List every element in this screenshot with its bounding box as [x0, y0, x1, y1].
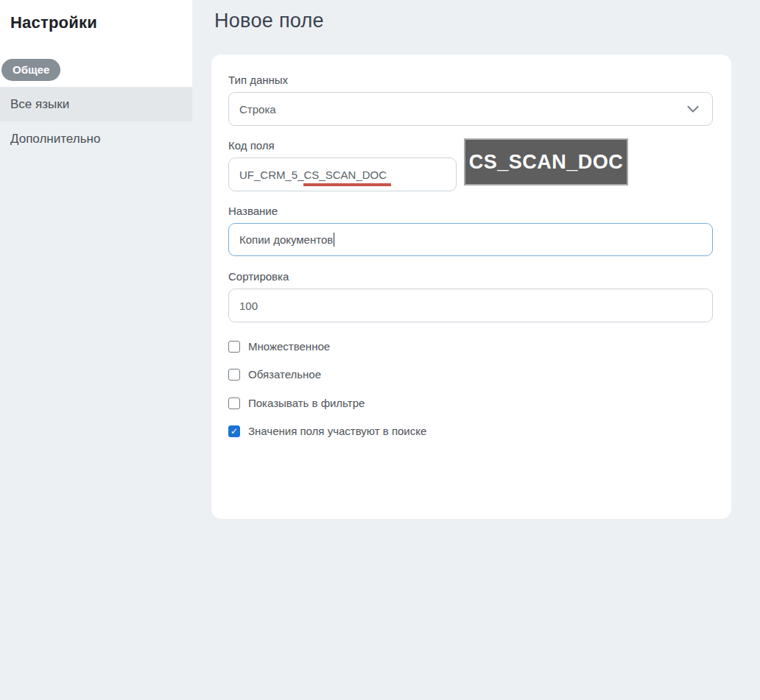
searchable-checkbox[interactable]: ✓: [228, 425, 240, 437]
name-label: Название: [228, 205, 278, 217]
checkbox-row-multiple: ✓ Множественное: [228, 340, 330, 353]
sort-input-value: 100: [239, 300, 258, 312]
multiple-checkbox-label[interactable]: Множественное: [248, 340, 330, 353]
page-title: Новое поле: [214, 10, 324, 32]
field-code-zoom-tooltip: CS_SCAN_DOC: [464, 138, 628, 185]
sidebar-title: Настройки: [10, 13, 97, 32]
sidebar-item-label: Все языки: [10, 97, 69, 112]
field-code-input[interactable]: UF_CRM_5_CS_SCAN_DOC: [228, 158, 457, 191]
chevron-down-icon: [687, 106, 699, 113]
text-caret: [334, 233, 334, 247]
checkbox-row-searchable: ✓ Значения поля участвуют в поиске: [228, 425, 426, 437]
data-type-select[interactable]: Строка: [228, 92, 713, 126]
show-in-filter-checkbox-label[interactable]: Показывать в фильтре: [248, 397, 365, 409]
searchable-checkbox-label[interactable]: Значения поля участвуют в поиске: [248, 425, 426, 437]
new-field-form-card: Тип данных Строка Код поля UF_CRM_5_CS_S…: [211, 54, 731, 519]
sidebar-section-badge-general[interactable]: Общее: [1, 59, 60, 81]
required-checkbox[interactable]: ✓: [228, 369, 240, 381]
name-input-value: Копии документов: [239, 233, 333, 246]
field-code-value-prefix: UF_CRM_5_: [239, 169, 304, 181]
sidebar-item-label: Дополнительно: [10, 132, 100, 146]
checkbox-row-show-in-filter: ✓ Показывать в фильтре: [228, 397, 365, 409]
name-input[interactable]: Копии документов: [228, 223, 713, 256]
multiple-checkbox[interactable]: ✓: [228, 341, 240, 353]
sort-label: Сортировка: [228, 270, 289, 283]
checkmark-icon: ✓: [231, 427, 238, 436]
required-checkbox-label[interactable]: Обязательное: [248, 368, 321, 381]
sidebar-item-all-languages[interactable]: Все языки: [0, 87, 192, 121]
data-type-selected-value: Строка: [239, 103, 276, 116]
field-code-label: Код поля: [228, 139, 275, 152]
checkbox-row-required: ✓ Обязательное: [228, 368, 321, 381]
sort-input[interactable]: 100: [228, 289, 713, 322]
show-in-filter-checkbox[interactable]: ✓: [228, 397, 240, 409]
data-type-label: Тип данных: [228, 74, 288, 86]
sidebar-item-additional[interactable]: Дополнительно: [0, 121, 192, 156]
field-code-value-misspelled: CS_SCAN_DOC: [303, 169, 392, 186]
